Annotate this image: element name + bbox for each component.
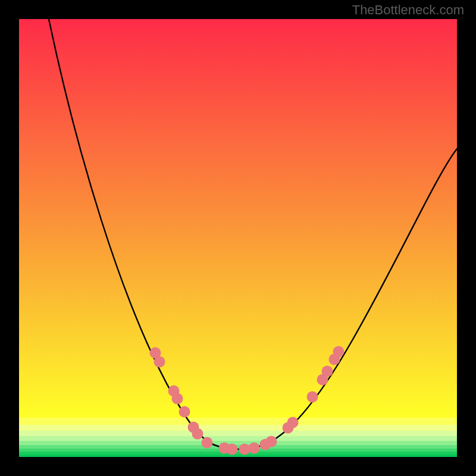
- data-point: [179, 406, 190, 418]
- data-point: [172, 393, 183, 405]
- data-point: [333, 346, 345, 358]
- plot-area: [19, 19, 457, 457]
- data-point: [192, 428, 203, 440]
- data-point: [202, 437, 213, 449]
- curve-right-branch: [254, 149, 457, 447]
- bottleneck-curve-chart: [19, 19, 457, 457]
- data-point: [287, 417, 299, 428]
- watermark-text: TheBottleneck.com: [352, 2, 464, 18]
- data-point: [322, 366, 333, 377]
- data-point: [239, 444, 250, 455]
- data-point: [249, 443, 260, 454]
- data-point: [154, 356, 165, 368]
- data-point: [307, 392, 318, 403]
- curve-left-branch: [49, 19, 224, 447]
- data-point: [227, 444, 238, 455]
- data-point: [266, 436, 277, 447]
